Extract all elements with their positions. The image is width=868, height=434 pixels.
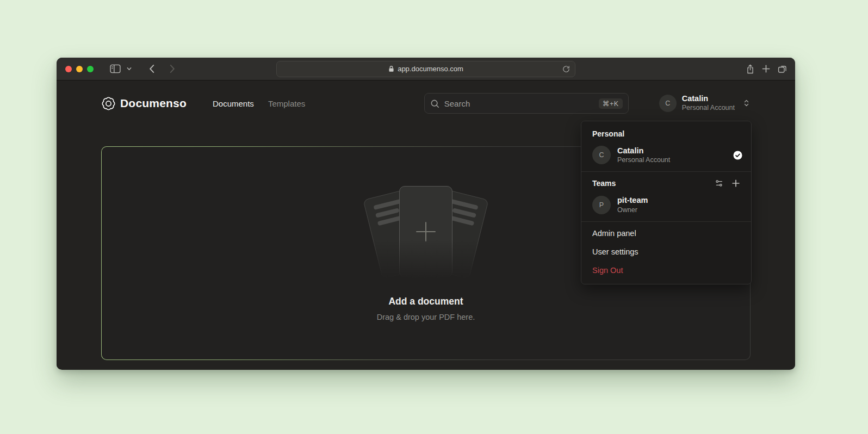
nav-documents[interactable]: Documents (213, 99, 254, 108)
personal-account-subtitle: Personal Account (617, 156, 727, 164)
account-dropdown-menu: Personal C Catalin Personal Account Team… (581, 121, 752, 284)
personal-account-avatar: C (592, 146, 611, 164)
forward-icon[interactable] (165, 61, 180, 77)
search-icon (430, 99, 439, 108)
share-icon[interactable] (746, 64, 755, 75)
check-circle-icon (733, 151, 742, 160)
account-name: Catalin (682, 94, 735, 103)
back-icon[interactable] (144, 61, 159, 77)
search-shortcut-badge: ⌘+K (599, 98, 623, 109)
sidebar-toggle-icon[interactable] (106, 61, 125, 77)
brand[interactable]: Documenso (101, 96, 187, 111)
dropzone-title: Add a document (388, 296, 463, 307)
reload-icon[interactable] (562, 65, 570, 73)
team-avatar: P (592, 196, 611, 214)
personal-account-name: Catalin (617, 146, 727, 156)
menu-item-sign-out[interactable]: Sign Out (581, 261, 751, 280)
browser-toolbar: app.documenso.com (57, 58, 795, 80)
menu-item-admin-panel[interactable]: Admin panel (581, 222, 751, 243)
team-name: pit-team (617, 195, 742, 205)
browser-window: app.documenso.com (57, 58, 795, 370)
nav-templates[interactable]: Templates (268, 99, 305, 108)
tab-overview-icon[interactable] (777, 64, 788, 74)
chevron-down-icon[interactable] (125, 61, 137, 77)
main-nav: Documents Templates (213, 99, 305, 108)
zoom-window-button[interactable] (87, 66, 94, 72)
documenso-logo-icon (101, 96, 116, 111)
traffic-lights (65, 66, 94, 72)
account-menu-trigger[interactable]: C Catalin Personal Account (659, 94, 751, 112)
account-subtitle: Personal Account (682, 104, 735, 113)
dropzone-subtitle: Drag & drop your PDF here. (377, 313, 475, 321)
team-item[interactable]: P pit-team Owner (581, 191, 751, 221)
new-tab-icon[interactable] (761, 64, 771, 73)
brand-name: Documenso (120, 97, 187, 110)
chevrons-up-down-icon (742, 99, 751, 107)
minimize-window-button[interactable] (76, 66, 83, 72)
account-avatar: C (659, 95, 677, 112)
search-placeholder: Search (444, 99, 594, 108)
teams-section-header: Teams (581, 172, 751, 191)
team-role: Owner (617, 206, 742, 214)
app-header: Documenso Documents Templates Search ⌘+K… (101, 80, 751, 126)
personal-account-item[interactable]: C Catalin Personal Account (581, 142, 751, 171)
team-settings-icon[interactable] (715, 179, 723, 188)
illustration-fade (358, 239, 494, 285)
menu-item-user-settings[interactable]: User settings (581, 243, 751, 261)
search-input[interactable]: Search ⌘+K (424, 93, 629, 114)
teams-section-label: Teams (592, 179, 715, 188)
address-bar[interactable]: app.documenso.com (276, 61, 575, 77)
personal-section-label: Personal (581, 121, 751, 142)
close-window-button[interactable] (65, 66, 72, 72)
add-team-icon[interactable] (731, 179, 740, 188)
lock-icon (388, 65, 394, 72)
document-stack-illustration (363, 185, 488, 282)
url-text: app.documenso.com (398, 65, 463, 73)
